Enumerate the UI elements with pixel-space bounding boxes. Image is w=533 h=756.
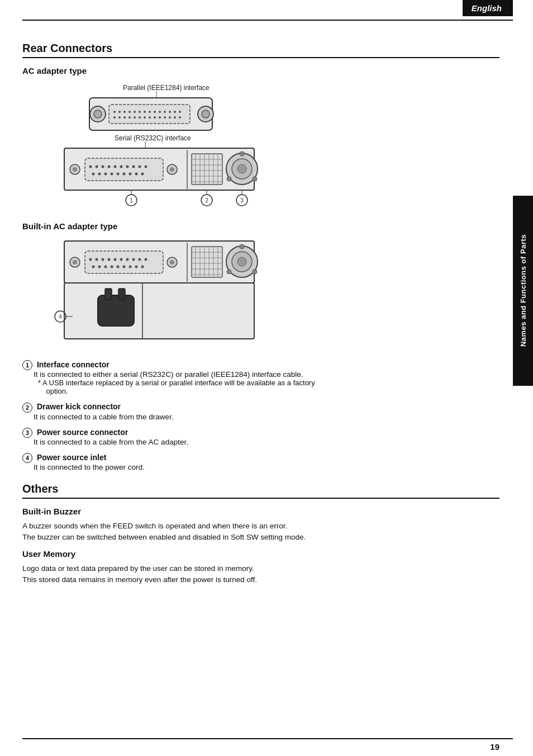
svg-text:3: 3 [240,197,244,204]
buzzer-subtitle: Built-in Buzzer [22,507,499,516]
svg-point-10 [139,111,141,113]
svg-point-105 [98,266,101,268]
builtin-rear-connector-svg: 4 [22,235,263,353]
svg-point-77 [237,164,246,173]
svg-point-21 [123,116,126,119]
parallel-label: Parallel (IEEE1284) interface [123,84,210,92]
others-divider [22,498,499,499]
svg-point-8 [129,111,131,113]
svg-point-41 [89,166,92,168]
svg-point-96 [102,258,104,261]
ac-adapter-diagram: Parallel (IEEE1284) interface [22,80,499,216]
svg-point-107 [111,266,113,268]
svg-point-23 [134,116,136,119]
svg-point-108 [117,266,120,268]
svg-point-46 [120,166,123,168]
svg-point-97 [108,258,111,261]
item-3: 3 Power source connector It is connected… [22,428,499,446]
svg-text:4: 4 [59,314,62,320]
svg-point-39 [73,167,77,172]
svg-rect-137 [105,289,112,300]
svg-point-94 [89,258,92,261]
svg-point-111 [135,266,138,268]
svg-point-102 [139,258,141,261]
svg-point-17 [174,111,176,113]
top-border [22,20,513,21]
item-3-desc: It is connected to a cable from the AC a… [34,438,499,446]
svg-point-5 [113,111,116,113]
others-title: Others [22,483,499,495]
svg-rect-136 [98,295,134,326]
svg-point-54 [111,173,113,176]
svg-text:1: 1 [130,197,133,204]
builtin-ac-diagram: 4 [22,235,499,355]
svg-point-28 [159,116,161,119]
svg-point-12 [149,111,151,113]
item-4: 4 Power source inlet It is connected to … [22,453,499,471]
svg-text:Serial (RS232C) interface: Serial (RS232C) interface [115,134,191,142]
svg-point-59 [141,173,144,176]
svg-point-132 [227,270,231,274]
svg-point-98 [114,258,117,261]
svg-point-32 [179,116,181,119]
svg-point-100 [126,258,129,261]
others-section: Others Built-in Buzzer A buzzer sounds w… [22,483,499,585]
circle-4: 4 [22,453,32,463]
svg-point-55 [117,173,120,176]
svg-point-48 [132,166,135,168]
svg-point-58 [135,173,138,176]
svg-point-49 [139,166,141,168]
svg-point-31 [174,116,176,119]
svg-point-14 [159,111,161,113]
item-1-desc: It is connected to either a serial (RS23… [34,370,499,379]
circle-2: 2 [22,403,32,413]
svg-point-27 [154,116,156,119]
buzzer-body: A buzzer sounds when the FEED switch is … [22,521,499,544]
svg-text:2: 2 [205,197,208,204]
svg-point-109 [123,266,126,268]
svg-point-34 [202,110,210,118]
main-content: Rear Connectors AC adapter type Parallel… [22,31,499,728]
svg-point-13 [154,111,156,113]
svg-point-16 [169,111,171,113]
svg-point-29 [164,116,166,119]
svg-point-114 [170,260,174,264]
svg-rect-93 [85,251,163,273]
rear-divider [22,57,499,58]
language-tab: English [463,0,513,16]
svg-point-45 [114,166,117,168]
svg-point-30 [169,116,171,119]
circle-1: 1 [22,360,32,370]
rear-connector-svg: Parallel (IEEE1284) interface [22,80,263,214]
svg-point-7 [123,111,126,113]
svg-rect-40 [85,158,163,181]
svg-point-3 [94,110,102,118]
svg-point-133 [253,270,257,274]
svg-point-53 [104,173,107,176]
svg-point-92 [73,260,77,264]
svg-point-47 [126,166,129,168]
item-2: 2 Drawer kick connector It is connected … [22,402,499,420]
numbered-items-list: 1 Interface connector It is connected to… [22,360,499,471]
user-memory-body: Logo data or text data prepared by the u… [22,563,499,586]
svg-point-103 [145,258,147,261]
svg-point-43 [102,166,104,168]
rear-connectors-title: Rear Connectors [22,42,499,55]
item-2-desc: It is connected to a cable from the draw… [34,413,499,421]
svg-point-130 [237,257,246,266]
svg-point-42 [96,166,98,168]
svg-point-79 [227,177,231,181]
svg-point-18 [179,111,181,113]
svg-point-11 [144,111,146,113]
svg-point-24 [139,116,141,119]
circle-3: 3 [22,428,32,438]
ac-adapter-subtitle: AC adapter type [22,66,499,75]
svg-point-99 [120,258,123,261]
svg-point-25 [144,116,146,119]
svg-point-112 [141,266,144,268]
svg-point-44 [108,166,111,168]
svg-point-101 [132,258,135,261]
svg-point-56 [123,173,126,176]
rear-connectors-section: Rear Connectors AC adapter type Parallel… [22,42,499,471]
bottom-border [22,738,513,739]
